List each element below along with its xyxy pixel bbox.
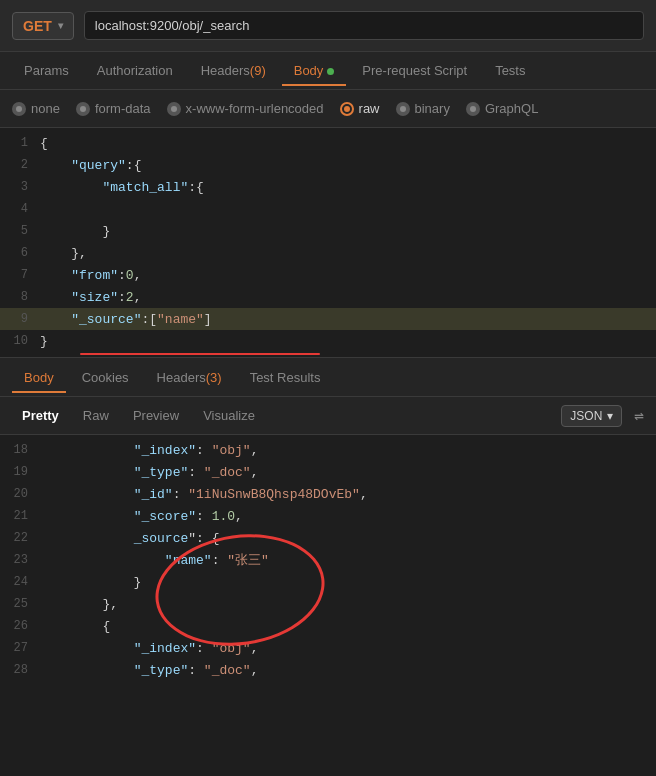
response-header-tabs: Body Cookies Headers(3) Test Results xyxy=(0,358,656,396)
radio-circle-x-www xyxy=(167,102,181,116)
view-tab-raw[interactable]: Raw xyxy=(73,402,119,429)
radio-graphql[interactable]: GraphQL xyxy=(466,101,538,116)
view-tab-visualize[interactable]: Visualize xyxy=(193,402,265,429)
req-line-10: 10 } xyxy=(0,330,656,352)
radio-circle-graphql xyxy=(466,102,480,116)
radio-binary[interactable]: binary xyxy=(396,101,450,116)
method-label: GET xyxy=(23,18,52,34)
resp-line-28: 28 "_type": "_doc", xyxy=(0,659,656,681)
tab-body[interactable]: Body xyxy=(282,55,347,86)
resp-line-24: 24 } xyxy=(0,571,656,593)
view-tab-pretty[interactable]: Pretty xyxy=(12,402,69,429)
request-tabs: Params Authorization Headers(9) Body Pre… xyxy=(0,52,656,90)
resp-line-26: 26 { xyxy=(0,615,656,637)
json-format-select[interactable]: JSON ▾ xyxy=(561,405,622,427)
request-code-lines: 1 { 2 "query":{ 3 "match_all":{ 4 5 } 6 … xyxy=(0,128,656,356)
view-tab-preview[interactable]: Preview xyxy=(123,402,189,429)
radio-x-www[interactable]: x-www-form-urlencoded xyxy=(167,101,324,116)
req-line-3: 3 "match_all":{ xyxy=(0,176,656,198)
req-line-9: 9 "_source":["name"] xyxy=(0,308,656,330)
wrap-toggle-icon[interactable]: ⇌ xyxy=(634,406,644,426)
body-dot xyxy=(327,68,334,75)
method-selector[interactable]: GET ▾ xyxy=(12,12,74,40)
resp-tab-headers[interactable]: Headers(3) xyxy=(145,362,234,393)
req-line-8: 8 "size":2, xyxy=(0,286,656,308)
req-line-5: 5 } xyxy=(0,220,656,242)
resp-line-18: 18 "_index": "obj", xyxy=(0,439,656,461)
view-tabs: Pretty Raw Preview Visualize JSON ▾ ⇌ xyxy=(0,397,656,435)
req-line-7: 7 "from":0, xyxy=(0,264,656,286)
tab-pre-request[interactable]: Pre-request Script xyxy=(350,55,479,86)
radio-none[interactable]: none xyxy=(12,101,60,116)
url-input[interactable] xyxy=(84,11,644,40)
response-section: Body Cookies Headers(3) Test Results xyxy=(0,358,656,397)
req-line-1: 1 { xyxy=(0,132,656,154)
resp-line-21: 21 "_score": 1.0, xyxy=(0,505,656,527)
radio-bar: none form-data x-www-form-urlencoded raw… xyxy=(0,90,656,128)
method-chevron: ▾ xyxy=(58,20,63,31)
red-underline-annotation xyxy=(80,353,320,355)
resp-tab-body[interactable]: Body xyxy=(12,362,66,393)
tab-headers[interactable]: Headers(9) xyxy=(189,55,278,86)
tab-tests[interactable]: Tests xyxy=(483,55,537,86)
json-chevron-icon: ▾ xyxy=(607,409,613,423)
radio-circle-form-data xyxy=(76,102,90,116)
req-line-4: 4 xyxy=(0,198,656,220)
request-body-editor: 1 { 2 "query":{ 3 "match_all":{ 4 5 } 6 … xyxy=(0,128,656,358)
resp-line-20: 20 "_id": "1iNuSnwB8Qhsp48DOvEb", xyxy=(0,483,656,505)
req-line-6: 6 }, xyxy=(0,242,656,264)
radio-raw[interactable]: raw xyxy=(340,101,380,116)
resp-line-22: 22 _source": { xyxy=(0,527,656,549)
resp-line-19: 19 "_type": "_doc", xyxy=(0,461,656,483)
response-code-lines: 18 "_index": "obj", 19 "_type": "_doc", … xyxy=(0,435,656,685)
tab-params[interactable]: Params xyxy=(12,55,81,86)
resp-line-23: 23 "name": "张三" xyxy=(0,549,656,571)
radio-circle-binary xyxy=(396,102,410,116)
resp-tab-cookies[interactable]: Cookies xyxy=(70,362,141,393)
url-bar: GET ▾ xyxy=(0,0,656,52)
resp-line-27: 27 "_index": "obj", xyxy=(0,637,656,659)
radio-circle-none xyxy=(12,102,26,116)
resp-line-25: 25 }, xyxy=(0,593,656,615)
radio-circle-raw xyxy=(340,102,354,116)
response-body: 18 "_index": "obj", 19 "_type": "_doc", … xyxy=(0,435,656,745)
radio-form-data[interactable]: form-data xyxy=(76,101,151,116)
tab-authorization[interactable]: Authorization xyxy=(85,55,185,86)
req-line-2: 2 "query":{ xyxy=(0,154,656,176)
resp-tab-test-results[interactable]: Test Results xyxy=(238,362,333,393)
